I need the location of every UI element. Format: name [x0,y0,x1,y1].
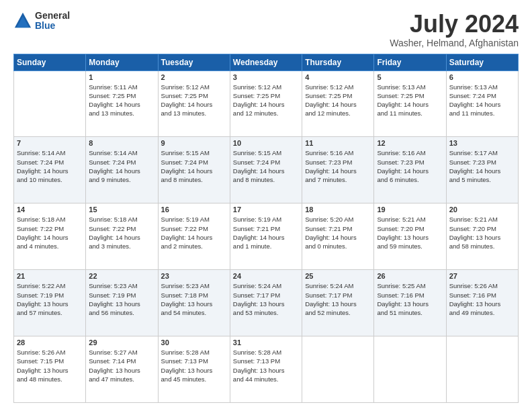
day-number: 3 [233,73,299,81]
table-cell: 25Sunrise: 5:24 AM Sunset: 7:17 PM Dayli… [302,270,374,336]
day-number: 4 [305,73,371,81]
col-friday: Friday [374,54,446,71]
day-number: 2 [161,73,227,81]
day-number: 11 [305,139,371,147]
day-info: Sunrise: 5:13 AM Sunset: 7:25 PM Dayligh… [377,83,443,118]
day-info: Sunrise: 5:21 AM Sunset: 7:20 PM Dayligh… [377,215,443,250]
day-number: 20 [449,205,515,214]
day-info: Sunrise: 5:15 AM Sunset: 7:24 PM Dayligh… [161,148,227,184]
table-row: 14Sunrise: 5:18 AM Sunset: 7:22 PM Dayli… [14,203,519,270]
day-info: Sunrise: 5:22 AM Sunset: 7:19 PM Dayligh… [17,281,83,317]
day-number: 28 [17,338,83,347]
day-number: 19 [377,205,443,214]
day-info: Sunrise: 5:28 AM Sunset: 7:13 PM Dayligh… [233,348,299,383]
table-cell: 6Sunrise: 5:13 AM Sunset: 7:24 PM Daylig… [446,71,518,137]
table-cell: 24Sunrise: 5:24 AM Sunset: 7:17 PM Dayli… [230,270,302,336]
day-number: 16 [161,205,227,214]
day-number: 8 [89,139,154,147]
day-info: Sunrise: 5:26 AM Sunset: 7:15 PM Dayligh… [17,348,83,383]
day-number: 1 [89,73,154,81]
col-sunday: Sunday [14,54,86,71]
day-number: 22 [89,272,154,280]
logo: General Blue [13,11,70,32]
day-info: Sunrise: 5:25 AM Sunset: 7:16 PM Dayligh… [377,281,443,317]
day-info: Sunrise: 5:11 AM Sunset: 7:25 PM Dayligh… [89,83,154,118]
logo-blue-text: Blue [35,21,70,31]
day-number: 23 [161,272,227,280]
day-number: 6 [449,73,515,81]
day-info: Sunrise: 5:13 AM Sunset: 7:24 PM Dayligh… [449,83,515,118]
day-info: Sunrise: 5:16 AM Sunset: 7:23 PM Dayligh… [377,148,443,184]
day-number: 12 [377,139,443,147]
table-row: 21Sunrise: 5:22 AM Sunset: 7:19 PM Dayli… [14,270,519,336]
day-info: Sunrise: 5:18 AM Sunset: 7:22 PM Dayligh… [89,215,154,250]
col-monday: Monday [86,54,158,71]
table-cell [374,336,446,403]
day-info: Sunrise: 5:16 AM Sunset: 7:23 PM Dayligh… [305,148,371,184]
col-thursday: Thursday [302,54,374,71]
table-cell: 18Sunrise: 5:20 AM Sunset: 7:21 PM Dayli… [302,203,374,270]
day-info: Sunrise: 5:23 AM Sunset: 7:18 PM Dayligh… [161,281,227,317]
table-cell: 10Sunrise: 5:15 AM Sunset: 7:24 PM Dayli… [230,137,302,203]
table-cell [446,336,518,403]
day-number: 30 [161,338,227,347]
table-cell: 15Sunrise: 5:18 AM Sunset: 7:22 PM Dayli… [86,203,158,270]
table-cell: 13Sunrise: 5:17 AM Sunset: 7:23 PM Dayli… [446,137,518,203]
day-info: Sunrise: 5:17 AM Sunset: 7:23 PM Dayligh… [449,148,515,184]
day-number: 24 [233,272,299,280]
day-number: 15 [89,205,154,214]
table-cell: 5Sunrise: 5:13 AM Sunset: 7:25 PM Daylig… [374,71,446,137]
subtitle: Washer, Helmand, Afghanistan [390,38,519,48]
table-cell: 2Sunrise: 5:12 AM Sunset: 7:25 PM Daylig… [158,71,230,137]
day-number: 27 [449,272,515,280]
table-cell: 7Sunrise: 5:14 AM Sunset: 7:24 PM Daylig… [14,137,86,203]
table-row: 7Sunrise: 5:14 AM Sunset: 7:24 PM Daylig… [14,137,519,203]
table-cell: 26Sunrise: 5:25 AM Sunset: 7:16 PM Dayli… [374,270,446,336]
col-saturday: Saturday [446,54,518,71]
table-cell: 22Sunrise: 5:23 AM Sunset: 7:19 PM Dayli… [86,270,158,336]
day-number: 18 [305,205,371,214]
day-info: Sunrise: 5:20 AM Sunset: 7:21 PM Dayligh… [305,215,371,250]
table-cell: 11Sunrise: 5:16 AM Sunset: 7:23 PM Dayli… [302,137,374,203]
day-number: 31 [233,338,299,347]
day-info: Sunrise: 5:12 AM Sunset: 7:25 PM Dayligh… [233,83,299,118]
day-info: Sunrise: 5:23 AM Sunset: 7:19 PM Dayligh… [89,281,154,317]
day-info: Sunrise: 5:15 AM Sunset: 7:24 PM Dayligh… [233,148,299,184]
table-row: 28Sunrise: 5:26 AM Sunset: 7:15 PM Dayli… [14,336,519,403]
table-cell: 27Sunrise: 5:26 AM Sunset: 7:16 PM Dayli… [446,270,518,336]
table-cell: 20Sunrise: 5:21 AM Sunset: 7:20 PM Dayli… [446,203,518,270]
day-number: 13 [449,139,515,147]
day-info: Sunrise: 5:21 AM Sunset: 7:20 PM Dayligh… [449,215,515,250]
table-cell: 3Sunrise: 5:12 AM Sunset: 7:25 PM Daylig… [230,71,302,137]
table-cell: 31Sunrise: 5:28 AM Sunset: 7:13 PM Dayli… [230,336,302,403]
logo-general-text: General [35,11,70,21]
page: General Blue July 2024 Washer, Helmand, … [0,0,532,411]
table-cell [14,71,86,137]
day-number: 26 [377,272,443,280]
table-cell: 28Sunrise: 5:26 AM Sunset: 7:15 PM Dayli… [14,336,86,403]
table-cell: 21Sunrise: 5:22 AM Sunset: 7:19 PM Dayli… [14,270,86,336]
day-info: Sunrise: 5:28 AM Sunset: 7:13 PM Dayligh… [161,348,227,383]
table-cell: 29Sunrise: 5:27 AM Sunset: 7:14 PM Dayli… [86,336,158,403]
day-number: 25 [305,272,371,280]
header-row: Sunday Monday Tuesday Wednesday Thursday… [14,54,519,71]
table-cell: 16Sunrise: 5:19 AM Sunset: 7:22 PM Dayli… [158,203,230,270]
day-number: 29 [89,338,154,347]
day-info: Sunrise: 5:26 AM Sunset: 7:16 PM Dayligh… [449,281,515,317]
table-cell: 12Sunrise: 5:16 AM Sunset: 7:23 PM Dayli… [374,137,446,203]
day-info: Sunrise: 5:18 AM Sunset: 7:22 PM Dayligh… [17,215,83,250]
table-cell [302,336,374,403]
col-wednesday: Wednesday [230,54,302,71]
day-number: 14 [17,205,83,214]
calendar-table: Sunday Monday Tuesday Wednesday Thursday… [13,54,519,403]
table-cell: 4Sunrise: 5:12 AM Sunset: 7:25 PM Daylig… [302,71,374,137]
day-info: Sunrise: 5:19 AM Sunset: 7:22 PM Dayligh… [161,215,227,250]
title-block: July 2024 Washer, Helmand, Afghanistan [390,11,519,48]
col-tuesday: Tuesday [158,54,230,71]
day-info: Sunrise: 5:24 AM Sunset: 7:17 PM Dayligh… [233,281,299,317]
main-title: July 2024 [390,11,519,38]
table-cell: 14Sunrise: 5:18 AM Sunset: 7:22 PM Dayli… [14,203,86,270]
day-info: Sunrise: 5:14 AM Sunset: 7:24 PM Dayligh… [89,148,154,184]
table-cell: 23Sunrise: 5:23 AM Sunset: 7:18 PM Dayli… [158,270,230,336]
logo-icon [13,11,32,30]
